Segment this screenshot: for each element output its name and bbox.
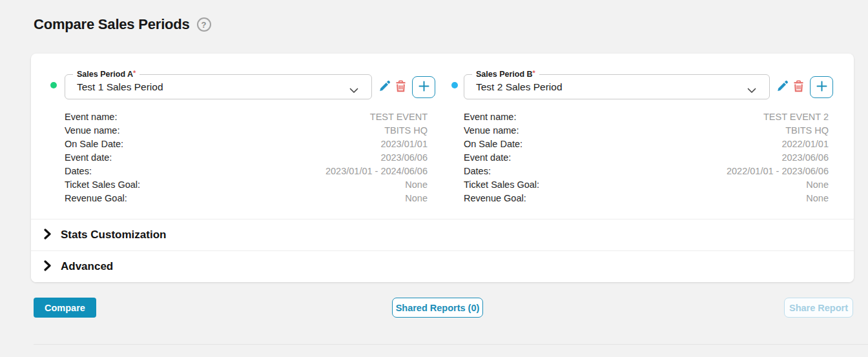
add-period-a-button[interactable]	[412, 76, 435, 98]
period-a-selector-group: Sales Period A* Test 1 Sales Period	[65, 74, 435, 99]
shared-reports-button[interactable]: Shared Reports (0)	[392, 298, 483, 318]
detail-row: Venue name: TBITS HQ	[464, 123, 829, 137]
pencil-icon	[776, 80, 789, 94]
bottom-divider	[34, 344, 868, 345]
detail-row: Dates: 2023/01/01 - 2024/06/06	[65, 164, 428, 178]
required-asterisk: *	[533, 69, 535, 77]
detail-row: Ticket Sales Goal: None	[65, 178, 428, 191]
chevron-down-icon	[349, 85, 358, 96]
page-title: Compare Sales Periods	[34, 16, 190, 33]
trash-icon	[395, 80, 406, 94]
period-a-details: Event name: TEST EVENT Venue name: TBITS…	[65, 110, 428, 205]
advanced-accordion[interactable]: Advanced	[31, 250, 854, 282]
detail-row: Event date: 2023/06/06	[65, 150, 428, 164]
help-icon[interactable]: ?	[197, 17, 211, 32]
detail-row: Revenue Goal: None	[65, 191, 428, 205]
detail-row: Revenue Goal: None	[464, 191, 829, 205]
period-b-details: Event name: TEST EVENT 2 Venue name: TBI…	[464, 110, 829, 205]
accordion-label: Advanced	[61, 260, 113, 273]
stats-customization-accordion[interactable]: Stats Customization	[31, 219, 854, 250]
share-report-button: Share Report	[784, 298, 853, 318]
period-b-selector-group: Sales Period B* Test 2 Sales Period	[464, 74, 833, 99]
edit-period-b-button[interactable]	[776, 80, 789, 94]
detail-row: Event date: 2023/06/06	[464, 150, 829, 164]
detail-row: Ticket Sales Goal: None	[464, 178, 829, 191]
compare-button[interactable]: Compare	[34, 298, 96, 318]
detail-row: Venue name: TBITS HQ	[65, 123, 428, 137]
trash-icon	[793, 80, 804, 94]
period-a-select-label: Sales Period A*	[73, 69, 140, 79]
detail-row: Dates: 2022/01/01 - 2023/06/06	[464, 164, 829, 178]
delete-period-b-button[interactable]	[793, 80, 804, 94]
detail-row: Event name: TEST EVENT 2	[464, 110, 829, 123]
detail-row: On Sale Date: 2022/01/01	[464, 137, 829, 150]
chevron-right-icon	[44, 229, 51, 242]
plus-icon	[418, 81, 429, 94]
detail-row: Event name: TEST EVENT	[65, 110, 428, 123]
accordion-label: Stats Customization	[61, 229, 166, 241]
delete-period-a-button[interactable]	[395, 80, 406, 94]
period-a-select[interactable]: Sales Period A* Test 1 Sales Period	[65, 74, 372, 99]
pencil-icon	[378, 80, 391, 94]
chevron-down-icon	[747, 85, 756, 96]
period-b-select[interactable]: Sales Period B* Test 2 Sales Period	[464, 74, 770, 99]
detail-row: On Sale Date: 2023/01/01	[65, 137, 428, 150]
add-period-b-button[interactable]	[810, 76, 833, 98]
page-header: Compare Sales Periods ?	[34, 16, 211, 33]
plus-icon	[816, 81, 827, 94]
compare-card: Sales Period A* Test 1 Sales Period	[31, 54, 854, 282]
period-b-select-label: Sales Period B*	[472, 69, 539, 79]
edit-period-a-button[interactable]	[378, 80, 391, 94]
chevron-right-icon	[44, 260, 51, 274]
required-asterisk: *	[133, 69, 136, 77]
period-selection-panel: Sales Period A* Test 1 Sales Period	[31, 54, 854, 219]
